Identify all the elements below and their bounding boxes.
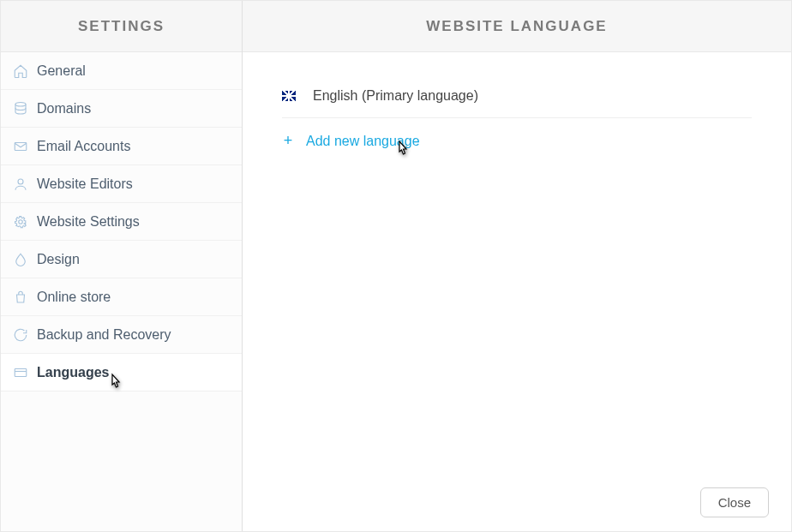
content-area: English (Primary language) + Add new lan… xyxy=(243,52,791,531)
user-icon xyxy=(13,176,28,192)
sidebar-item-label: General xyxy=(37,63,86,79)
sidebar-item-label: Website Editors xyxy=(37,176,133,192)
sidebar-item-general[interactable]: General xyxy=(1,52,242,90)
sidebar-item-label: Email Accounts xyxy=(37,139,130,154)
footer: Close xyxy=(700,487,769,517)
add-language-label: Add new language xyxy=(306,134,420,149)
settings-sidebar: SETTINGS General Domains Email Acco xyxy=(1,1,243,531)
svg-rect-4 xyxy=(15,368,27,376)
sidebar-header: SETTINGS xyxy=(1,1,242,52)
svg-point-2 xyxy=(18,179,23,184)
sidebar-items: General Domains Email Accounts Website E… xyxy=(1,52,242,392)
sidebar-item-website-editors[interactable]: Website Editors xyxy=(1,165,242,203)
sidebar-item-label: Website Settings xyxy=(37,214,140,230)
gear-icon xyxy=(13,214,28,230)
database-icon xyxy=(13,101,28,117)
sidebar-item-label: Online store xyxy=(37,290,111,305)
plus-icon: + xyxy=(282,132,294,150)
sidebar-item-backup-recovery[interactable]: Backup and Recovery xyxy=(1,316,242,354)
sidebar-item-design[interactable]: Design xyxy=(1,241,242,278)
home-icon xyxy=(13,63,28,79)
sidebar-item-online-store[interactable]: Online store xyxy=(1,278,242,316)
main-panel: WEBSITE LANGUAGE English (Primary langua… xyxy=(243,1,791,531)
add-new-language-button[interactable]: + Add new language xyxy=(282,118,752,164)
sidebar-item-domains[interactable]: Domains xyxy=(1,90,242,128)
main-header: WEBSITE LANGUAGE xyxy=(243,1,791,52)
close-button[interactable]: Close xyxy=(700,487,769,517)
sidebar-item-website-settings[interactable]: Website Settings xyxy=(1,203,242,241)
card-icon xyxy=(13,365,28,380)
page-title: WEBSITE LANGUAGE xyxy=(426,18,607,35)
sidebar-item-label: Design xyxy=(37,252,80,267)
svg-point-0 xyxy=(15,102,26,106)
language-label: English (Primary language) xyxy=(313,88,478,104)
language-row[interactable]: English (Primary language) xyxy=(282,78,752,118)
sidebar-item-languages[interactable]: Languages xyxy=(1,354,242,392)
uk-flag-icon xyxy=(282,91,296,101)
sidebar-title: SETTINGS xyxy=(78,18,165,35)
sidebar-item-label: Backup and Recovery xyxy=(37,327,171,343)
mail-icon xyxy=(13,139,28,154)
refresh-icon xyxy=(13,327,28,343)
sidebar-item-label: Languages xyxy=(37,365,109,380)
svg-rect-1 xyxy=(15,142,27,150)
bag-icon xyxy=(13,290,28,305)
drop-icon xyxy=(13,252,28,267)
sidebar-item-email-accounts[interactable]: Email Accounts xyxy=(1,128,242,165)
sidebar-item-label: Domains xyxy=(37,101,91,117)
svg-point-3 xyxy=(19,219,23,224)
